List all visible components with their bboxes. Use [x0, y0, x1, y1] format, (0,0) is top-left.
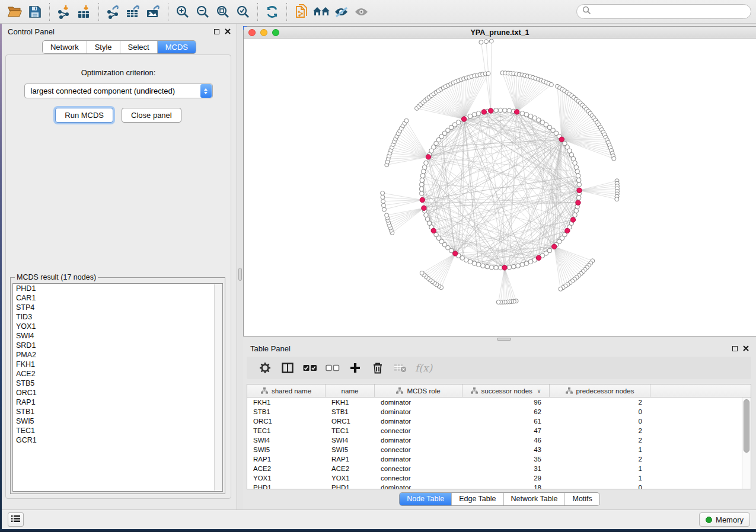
mcds-result-item[interactable]: ORC1: [13, 388, 222, 398]
panel-splitter[interactable]: [237, 24, 243, 509]
table-row[interactable]: SWI5SWI5connector431: [247, 445, 742, 454]
mcds-result-item[interactable]: SRD1: [13, 341, 222, 350]
table-toolbar: f(x): [247, 357, 751, 379]
network-canvas[interactable]: [244, 39, 756, 336]
zoom-fit-button[interactable]: [213, 2, 233, 21]
table-cell: ACE2: [247, 464, 326, 473]
open-file-button[interactable]: [5, 2, 25, 21]
table-options-button[interactable]: [254, 358, 276, 377]
select-all-columns-button[interactable]: [299, 358, 321, 377]
mcds-result-item[interactable]: SWI4: [13, 331, 222, 341]
splitter-handle-icon[interactable]: [238, 268, 242, 281]
mcds-result-item[interactable]: TEC1: [13, 426, 222, 435]
zoom-out-icon: [196, 5, 210, 19]
clone-network-button[interactable]: [291, 2, 311, 21]
mcds-panel: Optimization criterion: largest connecte…: [5, 55, 231, 499]
horizontal-splitter-handle[interactable]: [497, 338, 511, 341]
import-network-button[interactable]: [54, 2, 74, 21]
table-row[interactable]: FKH1FKH1dominator962: [247, 398, 742, 407]
tab-edge-table[interactable]: Edge Table: [451, 493, 503, 505]
tab-mcds[interactable]: MCDS: [157, 41, 196, 53]
run-mcds-button[interactable]: Run MCDS: [55, 108, 113, 123]
close-panel-button[interactable]: Close panel: [122, 108, 181, 123]
show-panels-menu-button[interactable]: [8, 512, 24, 527]
float-panel-icon[interactable]: [214, 29, 219, 34]
deselect-all-columns-button[interactable]: [321, 358, 344, 377]
add-column-button[interactable]: [344, 358, 366, 377]
column-header-successor-nodes[interactable]: successor nodes∨: [462, 384, 550, 397]
tab-network-table[interactable]: Network Table: [503, 493, 565, 505]
table-row[interactable]: SWI4SWI4dominator462: [247, 435, 742, 445]
desktop-bottom-edge: [0, 529, 756, 532]
hide-selected-button[interactable]: [331, 2, 352, 21]
list-scrollbar[interactable]: [214, 284, 222, 491]
table-cell: ACE2: [326, 464, 375, 473]
import-network-icon: [56, 4, 72, 20]
mcds-result-item[interactable]: STB1: [13, 407, 222, 416]
export-table-button[interactable]: [123, 2, 143, 21]
delete-table-button[interactable]: [389, 358, 412, 377]
table-row[interactable]: ACE2ACE2connector311: [247, 464, 742, 473]
table-row[interactable]: TEC1TEC1connector472: [247, 426, 742, 435]
column-header-shared-name[interactable]: shared name: [247, 384, 326, 397]
mcds-result-item[interactable]: CAR1: [13, 293, 222, 303]
toolbar-separator: [168, 3, 168, 21]
tab-select[interactable]: Select: [120, 41, 157, 53]
table-cell: PHD1: [326, 483, 375, 489]
delete-column-button[interactable]: [366, 358, 389, 377]
export-network-button[interactable]: [103, 2, 123, 21]
mcds-result-item[interactable]: ACE2: [13, 369, 222, 379]
open-folder-icon: [7, 5, 23, 18]
mcds-result-item[interactable]: PMA2: [13, 350, 222, 360]
zoom-selected-button[interactable]: [233, 2, 253, 21]
close-table-panel-icon[interactable]: [743, 343, 749, 354]
mcds-result-item[interactable]: STB5: [13, 379, 222, 388]
mcds-result-item[interactable]: SWI5: [13, 416, 222, 426]
mcds-result-item[interactable]: YOX1: [13, 322, 222, 331]
zoom-in-button[interactable]: [173, 2, 193, 21]
network-titlebar[interactable]: YPA_prune.txt_1: [244, 27, 756, 39]
table-cell: dominator: [375, 435, 462, 445]
close-panel-icon[interactable]: [225, 26, 231, 37]
table-row[interactable]: ORC1ORC1dominator610: [247, 416, 742, 426]
table-row[interactable]: PHD1PHD1dominator180: [247, 483, 742, 489]
table-cell: 35: [462, 454, 550, 464]
show-all-networks-button[interactable]: [311, 2, 331, 21]
float-table-panel-icon[interactable]: [732, 346, 738, 351]
node-table-body[interactable]: FKH1FKH1dominator962STB1STB1dominator620…: [247, 398, 742, 489]
table-row[interactable]: STB1STB1dominator620: [247, 407, 742, 416]
mcds-result-list[interactable]: PHD1CAR1STP4TID3YOX1SWI4SRD1PMA2FKH1ACE2…: [12, 283, 223, 492]
zoom-out-button[interactable]: [193, 2, 213, 21]
table-scrollbar[interactable]: [742, 398, 751, 489]
mcds-result-item[interactable]: PHD1: [13, 284, 222, 293]
table-row[interactable]: YOX1YOX1connector291: [247, 473, 742, 483]
save-button[interactable]: [25, 2, 45, 21]
show-hidden-button[interactable]: [352, 2, 372, 21]
mcds-result-item[interactable]: RAP1: [13, 398, 222, 407]
function-builder-button[interactable]: f(x): [415, 362, 432, 374]
mcds-result-item[interactable]: TID3: [13, 312, 222, 322]
column-header-name[interactable]: name: [326, 384, 375, 397]
import-table-button[interactable]: [74, 2, 94, 21]
table-cell: 47: [462, 426, 550, 435]
table-row[interactable]: RAP1RAP1dominator352: [247, 454, 742, 464]
tab-network[interactable]: Network: [43, 41, 87, 53]
search-box[interactable]: [576, 4, 751, 19]
refresh-view-button[interactable]: [262, 2, 282, 21]
mcds-result-item[interactable]: FKH1: [13, 360, 222, 369]
tab-node-table[interactable]: Node Table: [400, 493, 451, 505]
table-scrollbar-thumb[interactable]: [744, 399, 749, 453]
tab-motifs[interactable]: Motifs: [564, 493, 599, 505]
column-layout-button[interactable]: [276, 358, 299, 377]
mcds-result-item[interactable]: STP4: [13, 303, 222, 312]
table-cell: PHD1: [247, 483, 326, 489]
mcds-result-item[interactable]: GCR1: [13, 435, 222, 445]
search-input[interactable]: [591, 7, 745, 16]
criterion-select[interactable]: largest connected component (undirected): [24, 84, 213, 98]
export-image-button[interactable]: [143, 2, 164, 21]
column-header-predecessor-nodes[interactable]: predecessor nodes: [550, 384, 650, 397]
column-header-mcds-role[interactable]: MCDS role: [375, 384, 462, 397]
memory-button[interactable]: Memory: [699, 512, 750, 527]
network-graph[interactable]: [244, 39, 756, 336]
tab-style[interactable]: Style: [87, 41, 120, 53]
